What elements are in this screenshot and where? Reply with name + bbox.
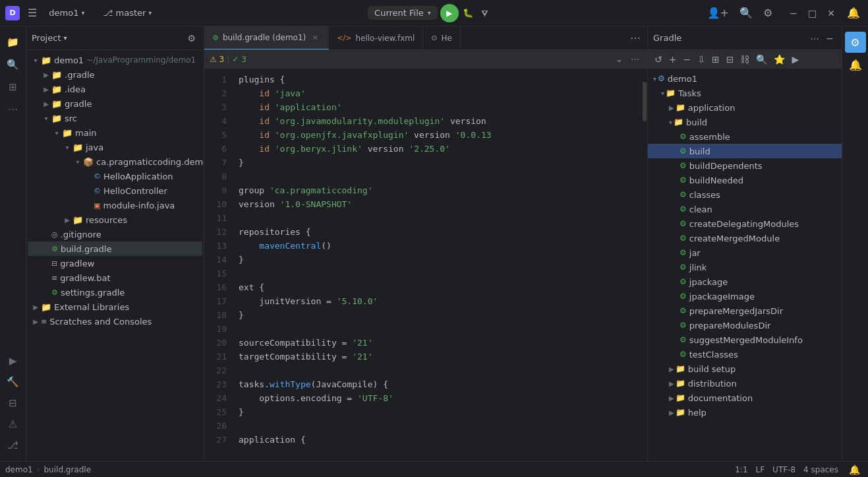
tab-more-button[interactable]: ⋯ bbox=[627, 29, 643, 47]
tree-item-gitignore[interactable]: ▶ ◎ .gitignore bbox=[28, 227, 202, 241]
tree-item-hello-app[interactable]: ▶ © HelloApplication bbox=[28, 169, 202, 183]
gradle-item-help[interactable]: ▶ 📁 help bbox=[648, 405, 842, 420]
gradle-item-jpackage-image[interactable]: ⚙ jpackageImage bbox=[648, 289, 842, 303]
gradle-help-folder-icon: 📁 bbox=[676, 408, 685, 417]
close-button[interactable]: ✕ bbox=[823, 5, 839, 21]
gradle-item-classes[interactable]: ⚙ classes bbox=[648, 187, 842, 202]
tree-item-scratches[interactable]: ▶ ≡ Scratches and Consoles bbox=[28, 314, 202, 329]
gradle-link-button[interactable]: ⛓ bbox=[738, 51, 752, 67]
gradle-bookmark-button[interactable]: ⭐ bbox=[771, 51, 788, 67]
notification-button[interactable]: 🔔 bbox=[844, 4, 863, 22]
tree-item-java[interactable]: ▾ 📁 java bbox=[28, 140, 202, 154]
gradle-download-button[interactable]: ⇩ bbox=[695, 51, 708, 67]
run-config-selector[interactable]: Current File ▾ bbox=[368, 6, 438, 20]
coverage-button[interactable]: ⛛ bbox=[477, 5, 492, 22]
gradle-minimize-button[interactable]: − bbox=[823, 30, 836, 46]
status-cursor[interactable]: 1:1 bbox=[735, 465, 747, 474]
tree-item-gradlew-bat[interactable]: ▶ ≡ gradlew.bat bbox=[28, 270, 202, 285]
gradle-item-tasks[interactable]: ▾ 📁 Tasks bbox=[648, 86, 842, 100]
gradle-item-build-needed[interactable]: ⚙ buildNeeded bbox=[648, 173, 842, 187]
gradle-item-build-setup[interactable]: ▶ 📁 build setup bbox=[648, 362, 842, 376]
gradle-add-button[interactable]: + bbox=[666, 51, 680, 67]
fold-expand-button[interactable]: ⌄ bbox=[613, 51, 625, 67]
gradle-item-prepare-merged-jars[interactable]: ⚙ prepareMergedJarsDir bbox=[648, 303, 842, 318]
gradle-item-test-classes[interactable]: ⚙ testClasses bbox=[648, 347, 842, 362]
sidebar-terminal-icon[interactable]: ⊟ bbox=[3, 393, 24, 414]
sidebar-run-icon[interactable]: ▶ bbox=[3, 350, 24, 371]
tree-item-hello-ctrl[interactable]: ▶ © HelloController bbox=[28, 183, 202, 198]
gradle-filter-button[interactable]: 🔍 bbox=[753, 51, 770, 67]
gradle-item-jar[interactable]: ⚙ jar bbox=[648, 245, 842, 260]
tree-item-src[interactable]: ▾ 📁 src bbox=[28, 111, 202, 125]
branch-selector[interactable]: ⎇ master ▾ bbox=[100, 7, 156, 19]
gradle-item-documentation[interactable]: ▶ 📁 documentation bbox=[648, 391, 842, 405]
project-selector[interactable]: demo1 ▾ bbox=[45, 7, 88, 19]
tree-item-gradlew[interactable]: ▶ ⊟ gradlew bbox=[28, 256, 202, 270]
gradle-item-create-merged[interactable]: ⚙ createMergedModule bbox=[648, 231, 842, 245]
gradle-item-suggest-merged[interactable]: ⚙ suggestMergedModuleInfo bbox=[648, 333, 842, 347]
maximize-button[interactable]: □ bbox=[804, 5, 821, 21]
tab-hello-view[interactable]: </> hello-view.fxml bbox=[329, 26, 423, 49]
run-button[interactable]: ▶ bbox=[440, 4, 459, 22]
sidebar-structure-button[interactable]: ⊞ bbox=[3, 77, 24, 98]
status-line-ending[interactable]: LF bbox=[756, 465, 765, 474]
minimize-button[interactable]: − bbox=[786, 5, 801, 21]
gradle-item-application[interactable]: ▶ 📁 application bbox=[648, 100, 842, 115]
gradle-item-create-delegating[interactable]: ⚙ createDelegatingModules bbox=[648, 216, 842, 231]
gradle-item-clean[interactable]: ⚙ clean bbox=[648, 202, 842, 216]
tree-item-gradle-hidden[interactable]: ▶ 📁 .gradle bbox=[28, 67, 202, 82]
tab-close-build-gradle[interactable]: ✕ bbox=[310, 32, 320, 43]
sidebar-git-icon[interactable]: ⎇ bbox=[3, 435, 24, 456]
sidebar-search-button[interactable]: 🔍 bbox=[3, 54, 24, 75]
gradle-item-build-task[interactable]: ⚙ build bbox=[648, 144, 842, 158]
sidebar-folder-button[interactable]: 📁 bbox=[3, 32, 24, 53]
status-file-path[interactable]: build.gradle bbox=[43, 465, 91, 474]
tree-item-external-libs[interactable]: ▶ 📁 External Libraries bbox=[28, 300, 202, 314]
search-button[interactable]: 🔍 bbox=[737, 4, 755, 22]
tree-item-gradle-dir[interactable]: ▶ 📁 gradle bbox=[28, 96, 202, 111]
editor-vertical-scrollbar[interactable] bbox=[642, 69, 647, 461]
gradle-item-assemble[interactable]: ⚙ assemble bbox=[648, 129, 842, 144]
tree-item-build-gradle[interactable]: ▶ ⚙ build.gradle bbox=[28, 241, 202, 256]
gradle-item-build-dependents[interactable]: ⚙ buildDependents bbox=[648, 158, 842, 173]
tree-item-idea[interactable]: ▶ 📁 .idea bbox=[28, 82, 202, 96]
gradle-item-build-folder[interactable]: ▾ 📁 build bbox=[648, 115, 842, 129]
gradle-item-jpackage[interactable]: ⚙ jpackage bbox=[648, 274, 842, 289]
gradle-expand-all-button[interactable]: ⊞ bbox=[709, 51, 722, 67]
tree-item-main[interactable]: ▾ 📁 main bbox=[28, 125, 202, 140]
tree-item-package[interactable]: ▾ 📦 ca.pragmaticcoding.demo1 bbox=[28, 154, 202, 169]
tree-item-resources[interactable]: ▶ 📁 resources bbox=[28, 212, 202, 227]
project-panel-title[interactable]: Project ▾ bbox=[32, 33, 67, 43]
gradle-refresh-button[interactable]: ↺ bbox=[652, 51, 665, 67]
hamburger-button[interactable]: ☰ bbox=[25, 4, 40, 22]
gradle-minus-button[interactable]: − bbox=[680, 51, 693, 67]
editor-more-button[interactable]: ⋯ bbox=[628, 51, 642, 67]
status-notifications-icon[interactable]: 🔔 bbox=[846, 462, 863, 478]
sidebar-problems-icon[interactable]: ⚠ bbox=[3, 414, 24, 435]
gradle-item-prepare-modules-dir[interactable]: ⚙ prepareModulesDir bbox=[648, 318, 842, 333]
project-panel-gear-icon[interactable]: ⚙ bbox=[185, 30, 198, 46]
tree-label-hello-app: HelloApplication bbox=[103, 172, 173, 181]
sidebar-build-icon[interactable]: 🔨 bbox=[3, 371, 24, 393]
gradle-more-button[interactable]: ⋯ bbox=[807, 30, 822, 46]
code-editor[interactable]: plugins { id 'java' id 'application' id … bbox=[233, 69, 642, 461]
tab-he[interactable]: ⊙ He bbox=[423, 26, 461, 49]
tab-build-gradle[interactable]: ⚙ build.gradle (demo1) ✕ bbox=[204, 26, 329, 49]
add-user-button[interactable]: 👤+ bbox=[705, 4, 732, 22]
gradle-right-arrow-button[interactable]: ▶ bbox=[789, 51, 801, 67]
gradle-panel-toggle-button[interactable]: ⚙ bbox=[845, 32, 866, 53]
gradle-collapse-all-button[interactable]: ⊟ bbox=[724, 51, 737, 67]
gradle-item-jlink[interactable]: ⚙ jlink bbox=[648, 260, 842, 274]
status-project-path[interactable]: demo1 bbox=[5, 465, 33, 474]
status-encoding[interactable]: UTF-8 bbox=[772, 465, 796, 474]
tree-item-module-info[interactable]: ▶ ▣ module-info.java bbox=[28, 198, 202, 212]
settings-button[interactable]: ⚙ bbox=[761, 4, 775, 22]
gradle-item-demo1[interactable]: ▾ ⚙ demo1 bbox=[648, 71, 842, 86]
tree-item-settings-gradle[interactable]: ▶ ⚙ settings.gradle bbox=[28, 285, 202, 300]
notifications-panel-button[interactable]: 🔔 bbox=[845, 54, 866, 75]
sidebar-more-button[interactable]: ⋯ bbox=[3, 99, 24, 120]
gradle-item-distribution[interactable]: ▶ 📁 distribution bbox=[648, 376, 842, 391]
debug-button[interactable]: 🐛 bbox=[459, 4, 477, 22]
status-indent[interactable]: 4 spaces bbox=[803, 465, 838, 474]
tree-item-demo1[interactable]: ▾ 📁 demo1 ~/JavaProgramming/demo1 bbox=[28, 53, 202, 67]
